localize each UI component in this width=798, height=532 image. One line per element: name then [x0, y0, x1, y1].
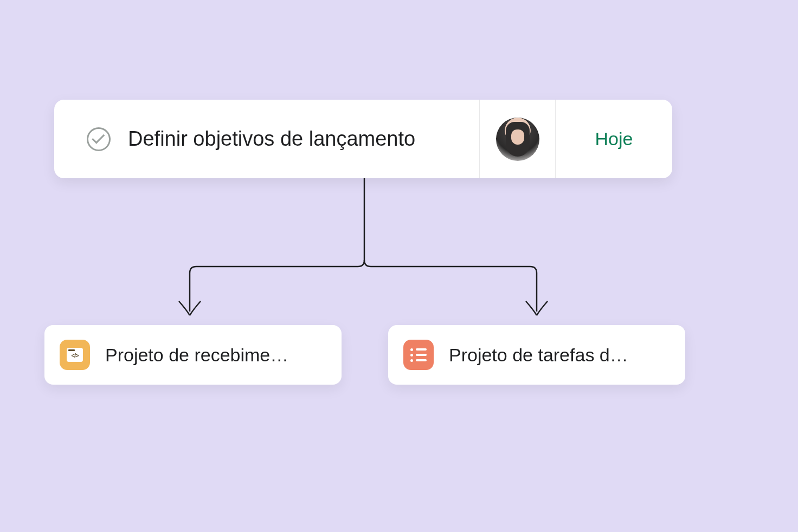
project-title: Projeto de tarefas d… [449, 345, 670, 366]
list-icon [403, 340, 434, 370]
complete-check-icon[interactable] [87, 127, 111, 151]
task-main: Definir objetivos de lançamento [54, 100, 479, 178]
project-card-right[interactable]: Projeto de tarefas d… [388, 325, 685, 385]
connector-lines [0, 0, 798, 532]
task-card[interactable]: Definir objetivos de lançamento Hoje [54, 100, 672, 178]
project-card-left[interactable]: Projeto de recebime… [44, 325, 342, 385]
task-title: Definir objetivos de lançamento [128, 127, 415, 151]
assignee-cell[interactable] [479, 100, 555, 178]
code-window-icon [60, 340, 90, 370]
assignee-avatar [496, 118, 539, 161]
due-date-cell[interactable]: Hoje [555, 100, 672, 178]
project-title: Projeto de recebime… [105, 345, 326, 366]
due-date-label: Hoje [595, 128, 633, 150]
